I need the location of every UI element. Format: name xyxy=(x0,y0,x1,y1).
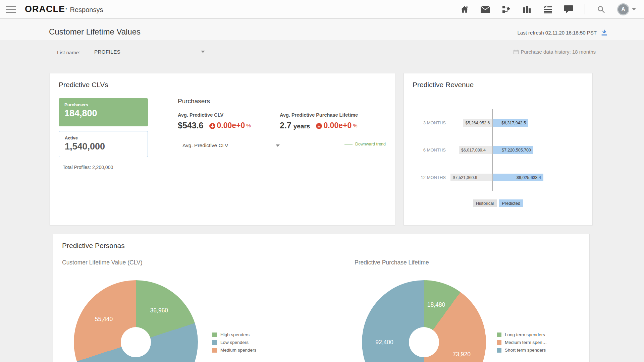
user-menu[interactable]: A xyxy=(617,3,636,15)
historical-bar: $6,017,089.4 xyxy=(459,146,492,154)
metric-delta: 0.00e+0 % xyxy=(316,121,357,130)
trend-legend: Downward trend xyxy=(344,142,386,146)
clv-chart-subtitle: Customer Lifetime Value (CLV) xyxy=(62,259,143,266)
topbar-actions: A xyxy=(460,3,644,15)
purchasers-tile-value: 184,800 xyxy=(64,108,142,119)
vertical-divider xyxy=(322,264,322,362)
legend-swatch-icon xyxy=(497,348,501,353)
metric-label: Avg. Predictive CLV xyxy=(178,112,251,118)
predictive-personas-card: Predictive Personas Customer Lifetime Va… xyxy=(53,234,590,362)
page-header: Customer Lifetime Values Last refresh 02… xyxy=(0,19,644,40)
download-icon[interactable] xyxy=(601,29,608,36)
metric-suffix: years xyxy=(293,123,310,130)
oracle-wordmark: ORACLE xyxy=(25,4,65,14)
home-icon[interactable] xyxy=(460,5,469,14)
topbar-divider xyxy=(585,4,585,14)
hamburger-menu-icon[interactable] xyxy=(6,6,16,13)
chevron-down-icon[interactable] xyxy=(632,8,636,10)
metric-selector-value: Avg. Predictive CLV xyxy=(182,142,228,148)
calendar-icon xyxy=(514,49,519,54)
predictive-clvs-card: Predictive CLVs Purchasers 184,800 Activ… xyxy=(50,73,395,225)
legend-label: Medium spenders xyxy=(220,348,256,353)
lifetime-chart-subtitle: Predictive Purchase Lifetime xyxy=(355,259,429,266)
legend-item: High spenders xyxy=(212,332,256,337)
purchase-history-text: Purchase data history: 18 months xyxy=(521,49,596,55)
trend-line-icon xyxy=(344,144,353,144)
lifetime-chart-legend: Long term spendersMedium term spen…Short… xyxy=(497,332,547,353)
donut-hole xyxy=(121,327,151,357)
revenue-legend: HistoricalPredicted xyxy=(404,199,592,207)
predicted-bar: $9,025,633.4 xyxy=(493,174,543,181)
avg-predictive-clv-metric: Avg. Predictive CLV $543.6 0.00e+0 % xyxy=(178,112,251,130)
predictive-revenue-card: Predictive Revenue 3 MONTHS$5,264,952.6$… xyxy=(404,73,593,225)
clv-chart-legend: High spendersLow spendersMedium spenders xyxy=(212,332,256,353)
predictive-personas-title: Predictive Personas xyxy=(62,242,125,250)
legend-label: Long term spenders xyxy=(505,332,545,337)
top-navigation-bar: ORACLE’ Responsys A xyxy=(0,0,644,19)
legend-item: Low spenders xyxy=(212,340,256,345)
chat-icon[interactable] xyxy=(564,5,573,14)
active-tile[interactable]: Active 1,540,000 xyxy=(59,131,148,157)
brand-logo: ORACLE’ Responsys xyxy=(25,4,103,14)
list-name-label: List name: xyxy=(57,50,80,55)
revenue-category-label: 12 MONTHS xyxy=(407,175,446,180)
page-title: Customer Lifetime Values xyxy=(49,27,141,37)
list-name-value: PROFILES xyxy=(94,49,120,55)
product-name: Responsys xyxy=(70,6,103,14)
revenue-category-label: 3 MONTHS xyxy=(407,120,446,125)
avatar[interactable]: A xyxy=(617,3,629,15)
predicted-bar: $7,220,505.700 xyxy=(493,146,533,154)
purchasers-tile[interactable]: Purchasers 184,800 xyxy=(59,98,148,126)
legend-swatch-icon xyxy=(497,340,501,345)
legend-swatch-icon xyxy=(212,340,217,345)
legend-swatch-icon xyxy=(497,333,501,337)
purchasers-tile-label: Purchasers xyxy=(64,102,142,107)
total-profiles-text: Total Profiles: 2,200,000 xyxy=(63,165,113,170)
program-icon[interactable] xyxy=(501,5,511,14)
metric-value: $543.6 xyxy=(178,121,203,130)
active-tile-label: Active xyxy=(65,135,142,140)
legend-chip-historical: Historical xyxy=(473,199,497,207)
legend-label: Short term spenders xyxy=(505,348,546,353)
list-name-select[interactable]: PROFILES xyxy=(94,49,205,55)
metric-label: Avg. Predictive Purchase Lifetime xyxy=(280,112,358,118)
trend-down-icon xyxy=(209,123,215,129)
predictive-clvs-title: Predictive CLVs xyxy=(59,81,108,89)
legend-swatch-icon xyxy=(212,348,217,353)
delta-percent: % xyxy=(353,123,357,128)
legend-item: Medium spenders xyxy=(212,348,256,353)
donut-slice-value: 18,480 xyxy=(427,301,445,308)
clv-donut-chart: 36,96055,440 xyxy=(74,280,198,362)
legend-label: Medium term spen… xyxy=(505,340,547,345)
donut-slice-value: 36,960 xyxy=(150,307,168,314)
delta-percent: % xyxy=(246,123,251,128)
donut-slice-value: 92,400 xyxy=(375,339,393,346)
active-tile-value: 1,540,000 xyxy=(65,141,142,152)
purchasers-section-title: Purchasers xyxy=(178,98,210,105)
lifetime-donut-chart: 18,48073,92092,400 xyxy=(362,280,486,362)
legend-label: Low spenders xyxy=(220,340,249,345)
donut-slice-value: 73,920 xyxy=(452,351,471,358)
legend-label: High spenders xyxy=(220,332,250,337)
historical-bar: $5,264,952.6 xyxy=(463,119,493,127)
donut-hole xyxy=(409,327,439,357)
trend-down-icon xyxy=(316,123,322,129)
tasks-icon[interactable] xyxy=(543,5,552,14)
legend-chip-predicted: Predicted xyxy=(499,199,523,207)
chevron-down-icon xyxy=(201,51,205,53)
search-icon[interactable] xyxy=(596,5,606,14)
predicted-bar: $6,317,942.5 xyxy=(493,119,528,127)
oracle-trademark: ’ xyxy=(65,7,67,13)
revenue-category-label: 6 MONTHS xyxy=(407,147,446,153)
chevron-down-icon xyxy=(276,144,280,147)
metric-selector[interactable]: Avg. Predictive CLV xyxy=(182,142,280,148)
legend-swatch-icon xyxy=(212,333,217,337)
metric-value: 2.7 xyxy=(280,121,291,130)
analytics-icon[interactable] xyxy=(522,5,532,14)
historical-bar: $7,521,360.9 xyxy=(450,174,492,181)
legend-item: Long term spenders xyxy=(497,332,547,337)
filter-bar: List name: PROFILES Purchase data histor… xyxy=(35,40,609,66)
legend-item: Medium term spen… xyxy=(497,340,547,345)
mail-icon[interactable] xyxy=(481,5,490,14)
trend-legend-label: Downward trend xyxy=(355,142,386,146)
